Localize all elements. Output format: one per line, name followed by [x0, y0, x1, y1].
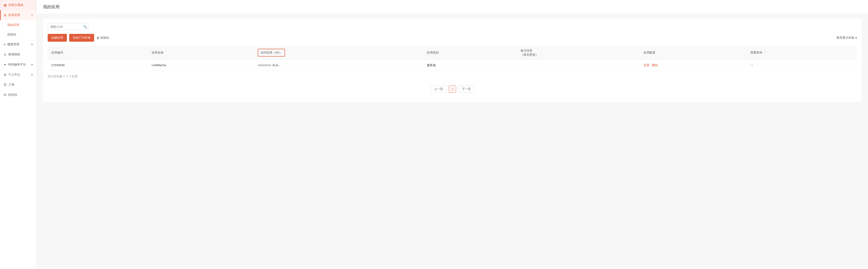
chart-icon[interactable]: ⊡: [750, 63, 753, 67]
sidebar-item-commerce[interactable]: ⊙ 商用授权: [0, 49, 36, 60]
sidebar-item-app-management[interactable]: ⊞ 应用管理 ▾: [0, 10, 36, 20]
star-icon: ✦: [4, 63, 6, 66]
sidebar-app-management-label: 应用管理: [8, 13, 20, 17]
sidebar-item-my-apps[interactable]: 我的应用: [0, 20, 36, 30]
sliders-icon: ≡: [4, 42, 5, 46]
ak-column-header-box: 访问应用（AK）: [258, 49, 285, 57]
sidebar-special-label: 特色服务平台: [8, 63, 26, 67]
config-set-link[interactable]: 设置: [644, 63, 649, 67]
sidebar-quota-label: 额度管理: [7, 42, 19, 46]
user-icon: ⊛: [4, 73, 6, 76]
app-table: 应用编号 应用名称 访问应用（AK） 应用类别 备注信息 （双击更改） 应用配置…: [48, 46, 857, 71]
col-header-usage: 用量查询 ?: [747, 46, 857, 60]
sidebar-item-quota[interactable]: ≡ 额度管理 ▾: [0, 39, 36, 49]
table-body: 27043030 LinkMecha ALG... 服务端 设置: [48, 60, 857, 71]
per-page-selector[interactable]: 每页显示30条 ▾: [836, 36, 857, 40]
col-header-app-id: 应用编号: [48, 46, 148, 60]
sidebar-commerce-label: 商用授权: [8, 53, 20, 57]
page-content: 我的应用 🔍 创建应用 高线TTS申请 🗑 回收站 每页显示30条: [37, 0, 868, 269]
search-input[interactable]: [48, 23, 89, 30]
sidebar-item-dashboard[interactable]: ▦ 控制台看板: [0, 0, 36, 10]
main-area: 我的应用 🔍 创建应用 高线TTS申请 🗑 回收站 每页显示30条: [37, 0, 868, 269]
prev-page-button[interactable]: 上一页: [431, 86, 446, 93]
summary-text: 您当前创建了 1 个应用: [48, 74, 857, 78]
cell-usage: ⊡: [747, 60, 857, 71]
pagination: 上一页 1 下一页: [48, 86, 857, 97]
cell-remark[interactable]: [517, 60, 640, 71]
page-title: 我的应用: [37, 0, 868, 14]
usage-help-icon: ?: [764, 51, 766, 54]
sidebar-recycle-label: 回收站: [7, 33, 16, 36]
chevron-down-icon: ▾: [31, 14, 33, 17]
per-page-arrow: ▾: [856, 36, 857, 40]
action-bar: 创建应用 高线TTS申请 🗑 回收站 每页显示30条 ▾: [48, 34, 857, 42]
sidebar-item-recycle[interactable]: 回收站: [0, 30, 36, 39]
search-input-wrap: 🔍: [48, 23, 89, 30]
file-icon: ☰: [4, 83, 7, 87]
cell-app-id: 27043030: [48, 60, 148, 71]
chevron-right-icon-3: ▾: [31, 73, 33, 76]
config-del-link[interactable]: 删除: [652, 63, 658, 67]
create-app-button[interactable]: 创建应用: [48, 34, 67, 42]
cell-ak: ALG...: [254, 60, 423, 71]
sidebar-item-messages[interactable]: ✉ 站内信: [0, 90, 36, 100]
ak-masked-dots: [258, 64, 272, 66]
ak-suffix: ALG...: [272, 63, 281, 67]
tts-apply-button[interactable]: 高线TTS申请: [69, 34, 94, 42]
col-header-config: 应用配置: [640, 46, 747, 60]
sidebar: ▦ 控制台看板 ⊞ 应用管理 ▾ 我的应用 回收站 ≡ 额度管理 ▾ ⊙ 商用授…: [0, 0, 37, 269]
table-header: 应用编号 应用名称 访问应用（AK） 应用类别 备注信息 （双击更改） 应用配置…: [48, 46, 857, 60]
ak-value: ALG...: [258, 63, 281, 67]
search-bar: 🔍: [48, 23, 857, 30]
chevron-right-icon: ▾: [31, 43, 33, 46]
cell-config: 设置 删除: [640, 60, 747, 71]
chevron-right-icon-2: ▾: [31, 63, 33, 66]
grid-icon: ⊞: [4, 13, 6, 17]
dashboard-icon: ▦: [4, 3, 7, 7]
table-row: 27043030 LinkMecha ALG... 服务端 设置: [48, 60, 857, 71]
sidebar-my-apps-label: 我的应用: [7, 23, 19, 27]
content-area: 🔍 创建应用 高线TTS申请 🗑 回收站 每页显示30条 ▾: [43, 19, 862, 102]
recycle-icon: 🗑: [96, 36, 99, 40]
next-page-button[interactable]: 下一页: [458, 86, 474, 93]
sidebar-dashboard-label: 控制台看板: [8, 3, 23, 7]
sidebar-item-personal[interactable]: ⊛ 个人中心 ▾: [0, 70, 36, 80]
cell-category: 服务端: [423, 60, 517, 71]
mail-icon: ✉: [4, 93, 6, 97]
col-header-category: 应用类别: [423, 46, 517, 60]
col-header-app-name: 应用名称: [148, 46, 254, 60]
current-page[interactable]: 1: [449, 86, 456, 93]
sidebar-tasks-label: 工单: [8, 82, 14, 87]
sidebar-item-tasks[interactable]: ☰ 工单: [0, 80, 36, 90]
per-page-label: 每页显示30条: [836, 36, 855, 40]
cell-app-name: LinkMecha: [148, 60, 254, 71]
sidebar-item-special[interactable]: ✦ 特色服务平台 ▾: [0, 60, 36, 70]
shield-icon: ⊙: [4, 53, 6, 56]
search-icon: 🔍: [83, 25, 87, 29]
recycle-button[interactable]: 🗑 回收站: [96, 36, 109, 40]
sidebar-messages-label: 站内信: [8, 93, 17, 97]
recycle-label: 回收站: [100, 36, 109, 40]
col-header-remark: 备注信息 （双击更改）: [517, 46, 640, 60]
sidebar-personal-label: 个人中心: [8, 73, 20, 77]
col-header-ak: 访问应用（AK）: [254, 46, 423, 60]
